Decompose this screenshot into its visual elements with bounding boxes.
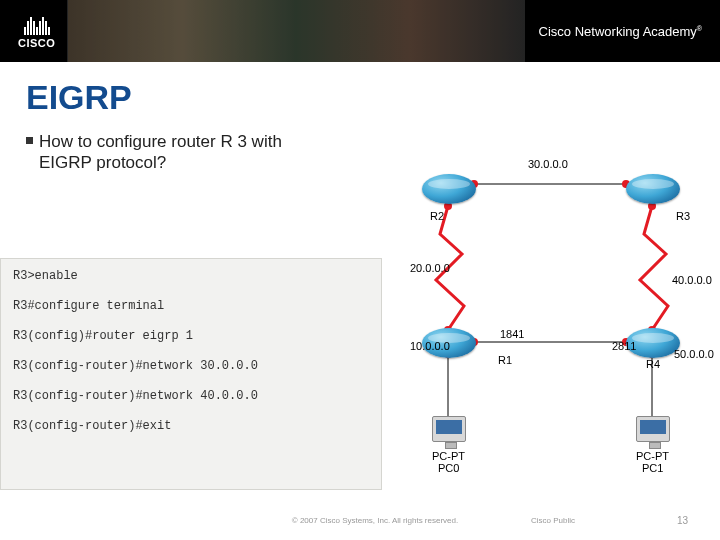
footer: Presentation_ID © 2007 Cisco Systems, In…	[0, 500, 720, 540]
cisco-bars-icon	[24, 13, 50, 35]
net-50-label: 50.0.0.0	[674, 348, 714, 360]
footer-classification: Cisco Public	[478, 516, 628, 525]
slide-content: EIGRP How to configure router R 3 with E…	[0, 62, 720, 492]
cli-line: R3(config-router)#network 40.0.0.0	[13, 389, 369, 403]
pc0-type-label: PC-PT	[432, 450, 465, 462]
pc1-label: PC1	[642, 462, 663, 474]
cli-line: R3>enable	[13, 269, 369, 283]
cli-command-box: R3>enable R3#configure terminal R3(confi…	[0, 258, 382, 490]
net-40-label: 40.0.0.0	[672, 274, 712, 286]
router-r2-icon	[422, 174, 476, 204]
cli-line: R3(config)#router eigrp 1	[13, 329, 369, 343]
pc0-label: PC0	[438, 462, 459, 474]
bullet-item: How to configure router R 3 with EIGRP p…	[26, 131, 326, 174]
network-diagram: 30.0.0.0 R2 R3 20.0.0.0 40.0.0.0 10.0.0.…	[390, 154, 710, 474]
cli-line: R3(config-router)#exit	[13, 419, 369, 433]
net-30-label: 30.0.0.0	[528, 158, 568, 170]
cli-line: R3(config-router)#network 30.0.0.0	[13, 359, 369, 373]
footer-page-number: 13	[628, 515, 688, 526]
academy-label: Cisco Networking Academy®	[539, 24, 702, 39]
pc1-icon	[636, 416, 670, 442]
pc0-icon	[432, 416, 466, 442]
pc1-type-label: PC-PT	[636, 450, 669, 462]
router-model-1841: 1841	[500, 328, 524, 340]
router-r1-label: R1	[498, 354, 512, 366]
bullet-square-icon	[26, 137, 33, 144]
net-10-label: 10.0.0.0	[410, 340, 450, 352]
net-20-label: 20.0.0.0	[410, 262, 450, 274]
router-r3-icon	[626, 174, 680, 204]
header-photo-strip	[67, 0, 524, 62]
cisco-logo: CISCO	[18, 13, 55, 49]
router-model-2811: 2811	[612, 340, 636, 352]
router-r3-label: R3	[676, 210, 690, 222]
bullet-text: How to configure router R 3 with EIGRP p…	[39, 131, 326, 174]
logo-text: CISCO	[18, 37, 55, 49]
cli-line: R3#configure terminal	[13, 299, 369, 313]
router-r2-label: R2	[430, 210, 444, 222]
header-bar: CISCO Cisco Networking Academy®	[0, 0, 720, 62]
slide-title: EIGRP	[26, 78, 694, 117]
router-r4-label: R4	[646, 358, 660, 370]
footer-copyright: © 2007 Cisco Systems, Inc. All rights re…	[272, 516, 478, 525]
